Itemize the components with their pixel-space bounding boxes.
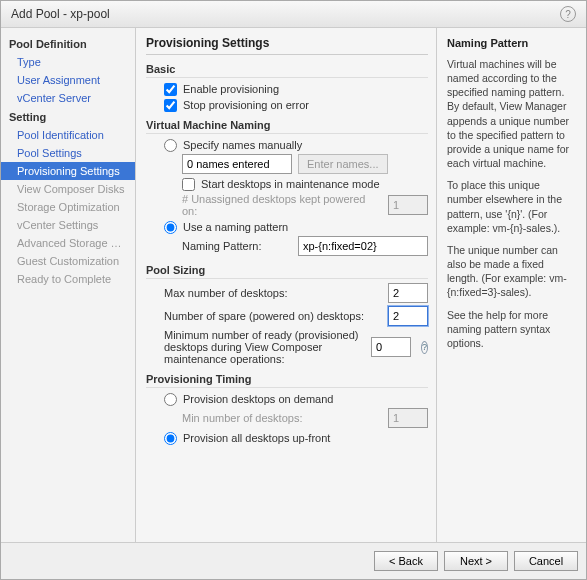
sidebar-item-pool-settings[interactable]: Pool Settings [1,144,135,162]
window-title: Add Pool - xp-pool [11,7,110,21]
sidebar-item-storage-optimization: Storage Optimization [1,198,135,216]
sidebar-item-type[interactable]: Type [1,53,135,71]
upfront-radio[interactable] [164,432,177,445]
help-paragraph: See the help for more naming pattern syn… [447,308,576,351]
help-paragraph: Virtual machines will be named according… [447,57,576,170]
add-pool-dialog: Add Pool - xp-pool ? Pool Definition Typ… [0,0,587,580]
min-on-demand-label: Min number of desktops: [182,412,302,424]
max-desktops-label: Max number of desktops: [164,287,288,299]
help-paragraph: To place this unique number elsewhere in… [447,178,576,235]
sidebar-item-provisioning-settings[interactable]: Provisioning Settings [1,162,135,180]
unassigned-label: # Unassigned desktops kept powered on: [182,193,376,217]
cancel-button[interactable]: Cancel [514,551,578,571]
specify-manually-label: Specify names manually [183,139,302,151]
back-button[interactable]: < Back [374,551,438,571]
spare-desktops-label: Number of spare (powered on) desktops: [164,310,364,322]
enable-provisioning-checkbox[interactable] [164,83,177,96]
wizard-sidebar: Pool Definition Type User Assignment vCe… [1,28,136,542]
sidebar-group: Pool Definition [1,34,135,53]
naming-pattern-radio[interactable] [164,221,177,234]
naming-pattern-radio-label: Use a naming pattern [183,221,288,233]
dialog-body: Pool Definition Type User Assignment vCe… [1,28,586,542]
max-desktops-input[interactable] [388,283,428,303]
section-basic: Basic [146,63,428,78]
naming-pattern-label: Naming Pattern: [182,240,261,252]
unassigned-value [388,195,428,215]
wizard-footer: < Back Next > Cancel [1,542,586,579]
sidebar-item-vcenter-settings: vCenter Settings [1,216,135,234]
min-ready-label: Minimum number of ready (provisioned) de… [164,329,359,365]
min-ready-input[interactable] [371,337,411,357]
section-prov-timing: Provisioning Timing [146,373,428,388]
page-heading: Provisioning Settings [146,34,428,55]
sidebar-item-user-assignment[interactable]: User Assignment [1,71,135,89]
sidebar-item-vcenter-server[interactable]: vCenter Server [1,89,135,107]
names-entered-field[interactable] [182,154,292,174]
specify-manually-radio[interactable] [164,139,177,152]
help-title: Naming Pattern [447,36,576,51]
sidebar-group: Setting [1,107,135,126]
naming-pattern-input[interactable] [298,236,428,256]
sidebar-item-guest-customization: Guest Customization [1,252,135,270]
upfront-label: Provision all desktops up-front [183,432,330,444]
help-icon[interactable]: ? [560,6,576,22]
stop-on-error-label: Stop provisioning on error [183,99,309,111]
next-button[interactable]: Next > [444,551,508,571]
sidebar-item-advanced-storage-options: Advanced Storage Options [1,234,135,252]
stop-on-error-checkbox[interactable] [164,99,177,112]
sidebar-item-view-composer-disks: View Composer Disks [1,180,135,198]
section-pool-sizing: Pool Sizing [146,264,428,279]
on-demand-label: Provision desktops on demand [183,393,333,405]
section-vm-naming: Virtual Machine Naming [146,119,428,134]
content-panel: Provisioning Settings Basic Enable provi… [136,28,436,542]
sidebar-item-ready-to-complete: Ready to Complete [1,270,135,288]
titlebar: Add Pool - xp-pool ? [1,1,586,28]
on-demand-radio[interactable] [164,393,177,406]
main-area: Provisioning Settings Basic Enable provi… [136,28,586,542]
enable-provisioning-label: Enable provisioning [183,83,279,95]
min-on-demand-input [388,408,428,428]
info-icon[interactable]: ? [421,341,428,354]
sidebar-item-pool-identification[interactable]: Pool Identification [1,126,135,144]
context-help-panel: Naming Pattern Virtual machines will be … [436,28,586,542]
help-paragraph: The unique number can also be made a fix… [447,243,576,300]
maintenance-mode-checkbox[interactable] [182,178,195,191]
maintenance-mode-label: Start desktops in maintenance mode [201,178,380,190]
spare-desktops-input[interactable] [388,306,428,326]
enter-names-button[interactable]: Enter names... [298,154,388,174]
